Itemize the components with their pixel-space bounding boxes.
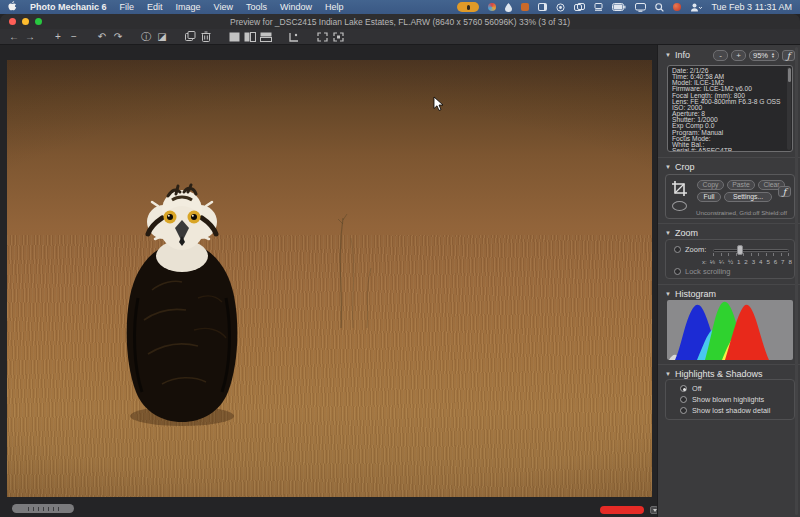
zoom-slider-thumb[interactable] [737,245,743,255]
info-icon[interactable]: ⓘ [138,30,154,44]
flag-icon[interactable] [521,2,529,12]
color-class-button[interactable] [600,506,644,514]
crop-disclosure-icon[interactable]: ▼ [665,164,671,170]
menu-edit[interactable]: Edit [147,2,163,12]
menu-window[interactable]: Window [280,2,312,12]
crop-paste-button[interactable]: Paste [727,180,755,190]
forward-icon[interactable]: → [22,30,38,44]
histogram-section-header[interactable]: ▼ Histogram [658,287,800,301]
info-disclosure-icon[interactable]: ▼ [665,52,671,58]
apple-menu-icon[interactable] [8,1,17,13]
zoom-controls-box: Zoom: x: ⅛¼½12345678 Lock scrolling [665,239,795,279]
tiles-icon[interactable] [538,2,547,12]
info-section-header[interactable]: ▼ Info - + 95% ▲▼ ƒ [658,48,800,62]
menu-app-name[interactable]: Photo Mechanic 6 [30,2,107,12]
zoom-slider-track[interactable] [713,249,789,252]
mouse-cursor [433,96,444,112]
rgb-histogram [667,300,793,360]
badge-icon[interactable] [673,2,681,12]
window-title-bar: Preview for _DSC2415 Indian Lake Estates… [0,14,800,29]
zoom-checkbox[interactable] [674,246,681,253]
histogram-section-title: Histogram [675,289,716,299]
adjust-icon[interactable]: ◪ [154,30,170,44]
display-icon[interactable] [635,2,646,12]
rating-strip[interactable] [12,504,74,513]
radio-lost-shadow[interactable] [680,407,687,414]
photo-vignette [7,60,652,497]
menu-clock[interactable]: Tue Feb 3 11:31 AM [711,2,792,12]
radio-blown-highlights-label: Show blown highlights [692,395,764,404]
zoom-disclosure-icon[interactable]: ▼ [665,230,671,236]
menu-file[interactable]: File [120,2,135,12]
zoom-scale-prefix: x: [702,258,707,265]
radio-lost-shadow-label: Show lost shadow detail [692,406,770,415]
menu-view[interactable]: View [214,2,233,12]
menu-help[interactable]: Help [325,2,344,12]
stepper-arrows-icon[interactable]: ▲▼ [771,52,775,59]
fit-window-icon[interactable] [330,30,346,44]
collapse-icon[interactable]: − [66,30,82,44]
crop-full-button[interactable]: Full [697,192,721,202]
histogram-disclosure-icon[interactable]: ▼ [665,291,671,297]
pan-icon[interactable]: + [50,30,66,44]
zoom-window-button[interactable] [35,18,42,25]
preview-side-panel: ▼ Info - + 95% ▲▼ ƒ Date: 2/1/26 Time: 6… [657,45,800,517]
loupe-icon[interactable] [286,30,302,44]
view-single-icon[interactable] [226,30,242,44]
zoom-section-header[interactable]: ▼ Zoom [658,226,800,240]
zoom-section-title: Zoom [675,228,698,238]
crop-tool-icon[interactable] [671,180,688,201]
highlights-disclosure-icon[interactable]: ▼ [665,371,671,377]
copy-icon[interactable] [182,30,198,44]
zoom-in-button[interactable]: + [731,50,746,61]
zoom-scale-labels: x: ⅛¼½12345678 [702,258,792,265]
crop-copy-button[interactable]: Copy [697,180,724,190]
spotlight-icon[interactable] [655,2,664,12]
rotate-ccw-icon[interactable]: ↶ [94,30,110,44]
close-window-button[interactable] [9,18,16,25]
record-icon[interactable] [556,2,565,12]
windows-icon[interactable] [574,2,585,12]
zoom-percent-value: 95% [753,51,768,60]
preview-toolbar: ← → + − ↶ ↷ ⓘ ◪ [0,29,800,45]
zoom-out-button[interactable]: - [713,50,728,61]
zoom-checkbox-label: Zoom: [685,245,706,254]
highlights-section-title: Highlights & Shadows [675,369,763,379]
crop-section-header[interactable]: ▼ Crop [658,160,800,174]
panel-scrollbar[interactable] [795,47,798,515]
info-function-button[interactable]: ƒ [782,50,795,61]
preview-canvas-area [0,45,657,517]
rotate-cw-icon[interactable]: ↷ [110,30,126,44]
crop-section-title: Crop [675,162,695,172]
view-split-icon[interactable] [258,30,274,44]
window-title: Preview for _DSC2415 Indian Lake Estates… [0,17,800,27]
eject-icon[interactable] [594,2,603,12]
recording-pill-icon[interactable] [457,2,479,12]
oval-crop-icon[interactable] [672,201,687,211]
minimize-window-button[interactable] [22,18,29,25]
exif-line: Serial #: A5SEC4TB [672,148,784,152]
macos-menu-bar: Photo Mechanic 6 File Edit Image View To… [0,0,800,14]
crop-settings-button[interactable]: Settings... [724,192,772,202]
lock-scrolling-checkbox[interactable] [674,268,681,275]
radio-blown-highlights[interactable] [680,396,687,403]
radio-off-label: Off [692,384,702,393]
droplet-icon[interactable] [505,2,512,12]
crop-tools-box: Copy Paste Clear Full Settings... ƒ Unco… [665,174,795,219]
menu-tools[interactable]: Tools [246,2,267,12]
info-scrollbar[interactable] [787,67,791,150]
photo-osprey-in-field[interactable] [7,60,652,497]
stats-icon[interactable] [488,2,496,12]
zoom-percent-stepper[interactable]: 95% ▲▼ [749,50,779,61]
radio-off[interactable] [680,385,687,392]
crop-function-button[interactable]: ƒ [778,186,791,197]
view-compare-icon[interactable] [242,30,258,44]
trash-icon[interactable] [198,30,214,44]
info-section-title: Info [675,50,690,60]
back-icon[interactable]: ← [6,30,22,44]
menu-image[interactable]: Image [176,2,201,12]
fullscreen-icon[interactable] [314,30,330,44]
user-icon[interactable] [690,2,702,12]
battery-icon[interactable] [612,2,626,12]
exif-info-box[interactable]: Date: 2/1/26 Time: 6:40:58 AM Model: ILC… [667,65,793,152]
